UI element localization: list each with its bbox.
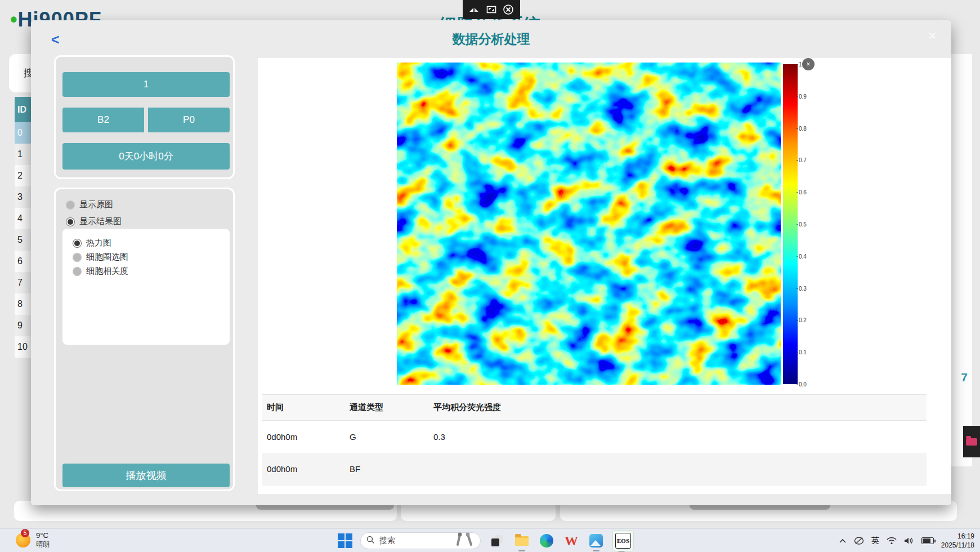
weather-widget[interactable]: 5 9°C 晴朗 (16, 531, 50, 549)
play-video-button[interactable]: 播放视频 (62, 464, 230, 487)
weather-condition: 晴朗 (36, 540, 50, 549)
resize-icon[interactable] (486, 6, 496, 14)
colorbar-tick: 0.1 (799, 349, 807, 355)
cell-time: 0d0h0m (262, 464, 345, 474)
sun-icon: 5 (16, 533, 30, 547)
colorbar-tick: 0.8 (799, 125, 807, 131)
radio-label: 细胞圈选图 (86, 252, 128, 262)
floating-capture-toolbar (463, 0, 520, 19)
taskbar-search[interactable]: 搜索 (360, 532, 481, 549)
viewer-panel: 1.0 0.9 0.8 0.7 0.6 0.5 0.4 0.3 0.2 0.1 … (258, 58, 951, 494)
colorbar-tick: 0.4 (799, 253, 807, 259)
data-analysis-dialog: < 数据分析处理 × 1 B2 P0 0天0小时0分 显示原图 显示结果图 热力… (31, 20, 951, 505)
cell-channel: G (345, 432, 429, 442)
colorbar-tick: 0.0 (799, 381, 807, 388)
device-disabled-icon[interactable] (854, 536, 864, 545)
radio-icon (66, 217, 75, 226)
colorbar-tick: 0.9 (799, 93, 807, 99)
radio-icon (73, 239, 82, 248)
clock-date: 2025/11/18 (941, 541, 974, 550)
input-language-indicator[interactable]: 英 (871, 536, 879, 546)
colorbar-tick: 0.3 (799, 285, 807, 291)
cell-channel: BF (345, 464, 429, 474)
clock-time: 16:19 (941, 532, 974, 541)
taskbar: 5 9°C 晴朗 搜索 W (0, 528, 980, 552)
background-right-panel (951, 54, 972, 466)
table-header-row: 时间 通道类型 平均积分荧光强度 (262, 394, 927, 421)
radio-label: 细胞相关度 (86, 266, 128, 277)
radio-icon (73, 253, 82, 262)
colorbar-tick: 0.7 (799, 157, 807, 163)
edge-browser-icon[interactable] (538, 532, 555, 549)
close-circle-icon[interactable] (503, 5, 513, 15)
result-type-box: 热力图 细胞圈选图 细胞相关度 (62, 229, 230, 345)
background-number-fragment: 7 (961, 371, 968, 384)
colorbar (783, 64, 798, 384)
notification-badge: 5 (21, 529, 29, 537)
col-channel: 通道类型 (345, 402, 429, 413)
position-button[interactable]: P0 (148, 108, 230, 132)
radio-label: 显示结果图 (79, 216, 122, 227)
task-view-icon[interactable] (489, 532, 505, 549)
selection-summary-box: 1 B2 P0 0天0小时0分 (54, 55, 235, 179)
result-table: 时间 通道类型 平均积分荧光强度 0d0h0m G 0.3 0d0h0m BF (262, 394, 927, 492)
col-time: 时间 (262, 402, 345, 413)
start-button[interactable] (338, 533, 352, 548)
colorbar-tick: 0.5 (799, 221, 807, 228)
radio-show-original[interactable]: 显示原图 (66, 199, 113, 210)
colorbar-close-icon[interactable]: × (802, 58, 815, 70)
cell-time: 0d0h0m (262, 432, 345, 442)
radio-icon (66, 201, 75, 210)
radio-label: 热力图 (86, 238, 111, 248)
floating-folder-shortcut[interactable] (963, 426, 980, 457)
table-row[interactable]: 0d0h0m BF (262, 453, 927, 485)
eos-app-icon[interactable]: EOS (612, 530, 634, 551)
dialog-title: 数据分析处理 (31, 30, 951, 48)
pink-folder-icon (966, 438, 977, 446)
desktop: •Hi900PF 细胞分析系统 搜 ID 0 1 2 3 4 5 6 7 8 9… (0, 0, 980, 552)
clock[interactable]: 16:19 2025/11/18 (941, 532, 974, 550)
eos-logo: EOS (615, 533, 631, 549)
well-number-button[interactable]: 1 (62, 72, 230, 97)
search-placeholder: 搜索 (379, 536, 451, 546)
colorbar-tick-labels: 1.0 0.9 0.8 0.7 0.6 0.5 0.4 0.3 0.2 0.1 … (799, 64, 821, 384)
weather-temperature: 9°C (36, 531, 50, 540)
radio-cell-correlation[interactable]: 细胞相关度 (73, 266, 128, 277)
wifi-icon[interactable] (887, 537, 897, 545)
flip-icon[interactable] (469, 6, 480, 14)
display-options-box: 显示原图 显示结果图 热力图 细胞圈选图 细胞相关度 (54, 188, 235, 491)
photos-app-icon[interactable] (588, 532, 605, 549)
cell-intensity: 0.3 (429, 432, 927, 442)
heatmap-image[interactable] (397, 63, 781, 385)
colorbar-tick: 0.6 (799, 189, 807, 195)
wps-office-icon[interactable]: W (563, 532, 580, 549)
radio-show-result[interactable]: 显示结果图 (66, 216, 122, 227)
search-icon (366, 536, 375, 546)
timepoint-button[interactable]: 0天0小时0分 (62, 143, 230, 170)
radio-icon (73, 267, 82, 276)
plate-row-button[interactable]: B2 (62, 108, 144, 132)
radio-heatmap[interactable]: 热力图 (73, 238, 111, 248)
battery-charging-icon[interactable] (921, 537, 934, 544)
radio-label: 显示原图 (79, 199, 113, 210)
table-row[interactable]: 0d0h0m G 0.3 (262, 421, 927, 453)
dialog-close-button[interactable]: × (928, 27, 937, 44)
table-footer-line (262, 485, 927, 492)
col-intensity: 平均积分荧光强度 (429, 402, 927, 413)
file-explorer-icon[interactable] (513, 532, 530, 549)
search-highlight-image (455, 532, 475, 549)
tray-expand-chevron-icon[interactable] (839, 538, 847, 544)
colorbar-tick: 0.2 (799, 317, 807, 323)
volume-icon[interactable] (904, 537, 914, 545)
radio-cell-outline[interactable]: 细胞圈选图 (73, 252, 128, 262)
